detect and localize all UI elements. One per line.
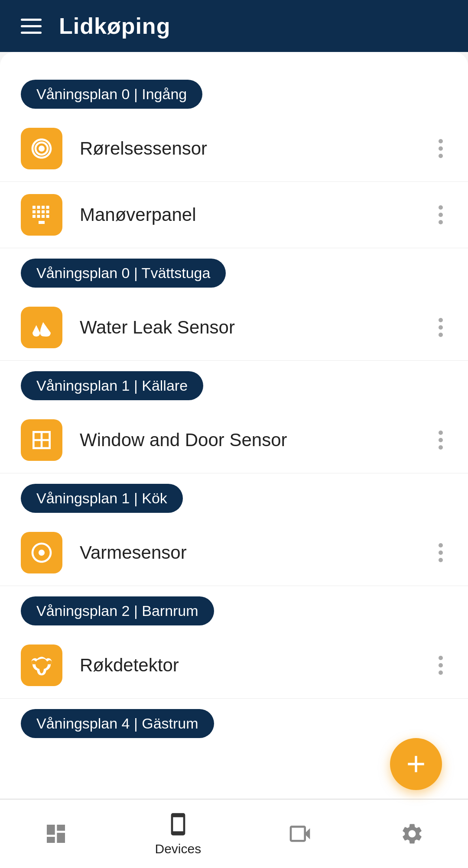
plus-icon (402, 750, 430, 778)
app-title: Lidkøping (59, 13, 170, 39)
device-name-d2: Manøverpanel (80, 204, 434, 225)
device-icon-d2 (21, 194, 62, 236)
device-name-d4: Window and Door Sensor (80, 430, 434, 450)
nav-item-dashboard[interactable] (34, 816, 78, 851)
bottom-navigation: Devices (0, 799, 468, 868)
device-more-button-d2[interactable] (434, 201, 447, 229)
device-icon-d6 (21, 645, 62, 686)
device-item-d1[interactable]: Rørelsessensor (0, 116, 468, 182)
zone-badge-zone6: Våningsplan 4 | Gästrum (21, 709, 214, 738)
svg-point-0 (39, 146, 45, 152)
zone-badge-zone5: Våningsplan 2 | Barnrum (21, 596, 214, 625)
cameras-icon (287, 821, 313, 847)
nav-item-settings[interactable] (390, 816, 434, 851)
device-more-button-d5[interactable] (434, 539, 447, 567)
device-item-d5[interactable]: Varmesensor (0, 520, 468, 586)
add-device-fab[interactable] (390, 738, 442, 790)
zone-badge-zone4: Våningsplan 1 | Kök (21, 484, 183, 513)
device-item-d2[interactable]: Manøverpanel (0, 182, 468, 248)
device-list: Våningsplan 0 | IngångRørelsessensorManø… (0, 69, 468, 745)
device-name-d6: Røkdetektor (80, 655, 434, 676)
device-item-d3[interactable]: Water Leak Sensor (0, 295, 468, 361)
device-icon-d1 (21, 128, 62, 169)
zone-badge-zone1: Våningsplan 0 | Ingång (21, 80, 202, 109)
dashboard-icon (43, 821, 69, 847)
device-name-d5: Varmesensor (80, 542, 434, 563)
device-item-d6[interactable]: Røkdetektor (0, 632, 468, 699)
device-more-button-d4[interactable] (434, 426, 447, 454)
hamburger-menu-button[interactable] (21, 19, 42, 34)
device-item-d4[interactable]: Window and Door Sensor (0, 407, 468, 473)
zone-badge-zone2: Våningsplan 0 | Tvättstuga (21, 259, 226, 288)
device-icon-d4 (21, 419, 62, 461)
device-icon-d3 (21, 307, 62, 348)
device-more-button-d3[interactable] (434, 314, 447, 341)
settings-icon (399, 821, 425, 847)
zone-badge-zone3: Våningsplan 1 | Källare (21, 371, 203, 400)
device-more-button-d1[interactable] (434, 135, 447, 162)
device-icon-d5 (21, 532, 62, 573)
device-more-button-d6[interactable] (434, 651, 447, 679)
device-name-d1: Rørelsessensor (80, 138, 434, 159)
app-header: Lidkøping (0, 0, 468, 52)
nav-item-cameras[interactable] (278, 816, 322, 851)
devices-icon (165, 811, 191, 837)
nav-item-devices[interactable]: Devices (146, 807, 210, 861)
device-name-d3: Water Leak Sensor (80, 317, 434, 338)
content-area: Våningsplan 0 | IngångRørelsessensorManø… (0, 52, 468, 799)
nav-label-devices: Devices (155, 842, 201, 856)
